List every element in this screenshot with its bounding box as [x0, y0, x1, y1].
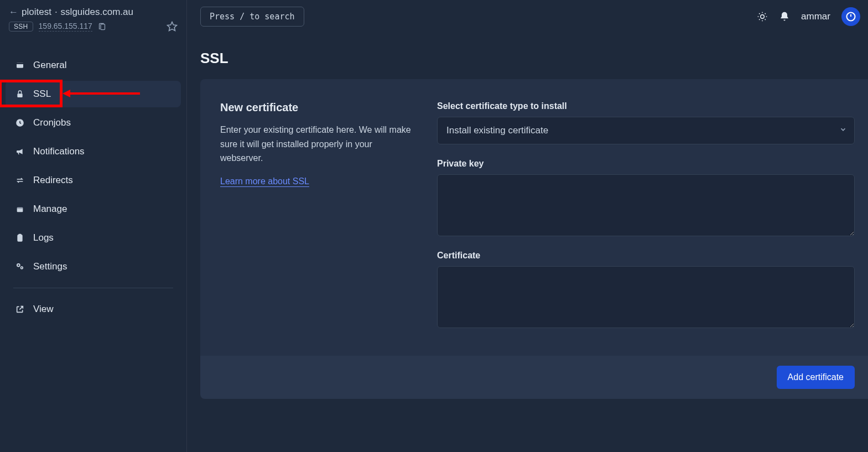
sidebar: ← ploitest · sslguides.com.au SSH 159.65… [0, 0, 187, 452]
sidebar-item-cronjobs[interactable]: Cronjobs [6, 110, 181, 136]
form-heading: New certificate [220, 101, 415, 114]
sidebar-item-label: Logs [33, 232, 54, 243]
certificate-input[interactable] [437, 266, 855, 328]
nav-divider [13, 288, 173, 288]
add-certificate-button[interactable]: Add certificate [777, 366, 855, 389]
svg-marker-1 [168, 22, 177, 31]
sidebar-item-ssl[interactable]: SSL [6, 81, 181, 107]
breadcrumb-domain: sslguides.com.au [61, 7, 133, 18]
learn-more-link[interactable]: Learn more about SSL [220, 176, 309, 187]
sidebar-item-logs[interactable]: Logs [6, 225, 181, 251]
breadcrumb-project: ploitest [22, 7, 51, 18]
back-arrow-icon[interactable]: ← [9, 7, 18, 18]
sidebar-item-label: General [33, 60, 66, 71]
panel-description: New certificate Enter your existing cert… [220, 101, 415, 342]
star-icon[interactable] [167, 21, 178, 32]
form-description: Enter your existing certificate here. We… [220, 123, 415, 165]
private-key-label: Private key [437, 159, 855, 169]
sidebar-item-label: View [33, 304, 54, 315]
clock-icon [14, 118, 25, 127]
sidebar-item-label: Manage [33, 204, 67, 215]
cert-type-selected-value: Install existing certificate [437, 117, 855, 144]
main-content: Press / to search ammar SSL New certific… [187, 0, 868, 452]
page-title: SSL [187, 33, 868, 79]
sidebar-item-label: Redirects [33, 175, 73, 186]
svg-rect-7 [17, 207, 23, 209]
private-key-input[interactable] [437, 174, 855, 236]
ssl-panel: New certificate Enter your existing cert… [200, 79, 868, 356]
svg-point-13 [21, 267, 22, 268]
arrows-icon [14, 176, 25, 185]
sidebar-item-label: Cronjobs [33, 117, 71, 128]
sidebar-item-label: SSL [33, 89, 51, 100]
sidebar-item-label: Settings [33, 261, 67, 272]
svg-point-11 [18, 264, 19, 266]
svg-rect-3 [17, 63, 23, 64]
panel-form: Select certificate type to install Insta… [437, 101, 855, 342]
bell-icon[interactable] [779, 11, 790, 22]
clipboard-icon[interactable] [98, 23, 106, 31]
clipboard-icon [14, 233, 25, 242]
sidebar-item-manage[interactable]: Manage [6, 196, 181, 222]
topbar: Press / to search ammar [187, 0, 868, 33]
sidebar-item-notifications[interactable]: Notifications [6, 138, 181, 165]
cogs-icon [14, 262, 25, 271]
breadcrumb-sep: · [55, 7, 58, 18]
sidebar-nav: General SSL Cronjobs Notifications [0, 52, 186, 323]
svg-rect-4 [17, 93, 22, 97]
username-label[interactable]: ammar [801, 11, 830, 22]
panel-footer: Add certificate [200, 356, 868, 399]
sidebar-item-settings[interactable]: Settings [6, 253, 181, 280]
sidebar-item-label: Notifications [33, 146, 85, 157]
sub-row: SSH 159.65.155.117 [9, 21, 178, 32]
cert-type-select[interactable]: Install existing certificate [437, 117, 855, 144]
server-ip[interactable]: 159.65.155.117 [39, 22, 92, 32]
certificate-label: Certificate [437, 251, 855, 261]
sidebar-item-general[interactable]: General [6, 52, 181, 79]
search-button[interactable]: Press / to search [200, 7, 304, 27]
sidebar-header: ← ploitest · sslguides.com.au SSH 159.65… [0, 0, 186, 37]
sidebar-item-redirects[interactable]: Redirects [6, 167, 181, 194]
topbar-right: ammar [757, 7, 855, 26]
bullhorn-icon [14, 147, 25, 156]
svg-rect-0 [101, 24, 105, 29]
box-icon [14, 205, 25, 214]
sidebar-item-view[interactable]: View [6, 296, 181, 323]
lock-icon [14, 90, 25, 98]
svg-point-16 [761, 15, 765, 19]
breadcrumb[interactable]: ← ploitest · sslguides.com.au [9, 7, 178, 18]
cert-type-label: Select certificate type to install [437, 101, 855, 111]
sun-icon[interactable] [757, 11, 768, 22]
window-icon [14, 61, 25, 70]
ssh-badge[interactable]: SSH [9, 22, 33, 32]
avatar[interactable] [841, 7, 860, 26]
external-link-icon [14, 305, 25, 314]
svg-rect-9 [19, 234, 21, 236]
